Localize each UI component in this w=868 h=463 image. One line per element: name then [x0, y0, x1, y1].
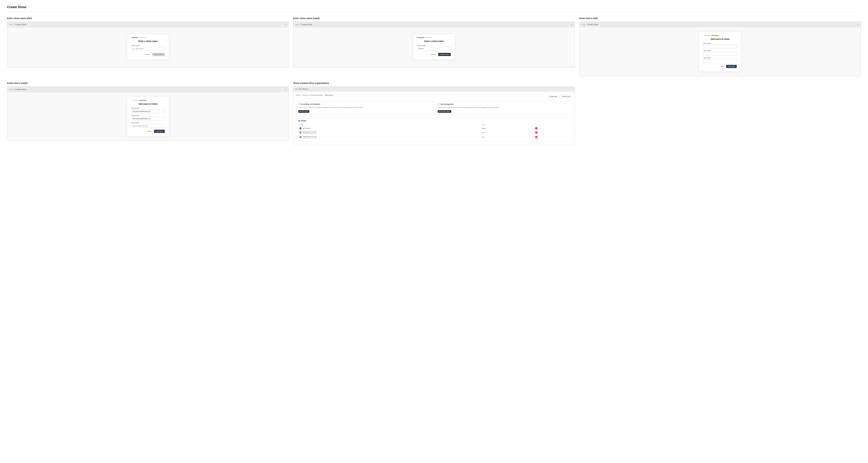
dialog-steps-1 — [131, 37, 165, 38]
done-button-4[interactable]: Done — [147, 130, 153, 133]
bar-icon-2 — [295, 24, 299, 25]
panel-5-title: Show created (One organization) — [293, 82, 575, 85]
recordings-title: Recordings and Playback — [298, 103, 430, 105]
email-input-4a[interactable] — [131, 110, 165, 113]
person-1-name: D Deb Dobson — [299, 127, 480, 130]
person-2-name: ? Invited (name not set) john.johnson@em… — [299, 130, 480, 135]
window-bar-1: Create Show × — [7, 22, 289, 27]
mock-content-3: Add users to show User email User email … — [579, 27, 861, 76]
person-2-action: × — [534, 130, 569, 135]
breadcrumb-home[interactable]: Home — [296, 94, 300, 96]
breadcrumb-sep-1: › — [301, 94, 302, 96]
mock-window-3: Create Show × Add users to show User ema… — [579, 22, 861, 76]
bar-dot-3 — [295, 24, 297, 25]
bar-icon-5 — [295, 89, 297, 90]
col-action — [534, 123, 569, 126]
edit-show-button[interactable]: ✎ Edit show — [548, 95, 559, 98]
step-2-inactive — [425, 37, 432, 38]
bar-dot-10 — [295, 89, 297, 90]
take-desc: Access and manage all your takes from al… — [438, 106, 570, 108]
dialog-card-4: Add users to show User email User email … — [127, 96, 169, 137]
dialog-actions-2: Cancel Create show — [417, 53, 451, 56]
dialog-title-4: Add users to show — [131, 103, 165, 105]
dialog-steps-4 — [131, 100, 165, 101]
show-window: Test Show 1 Home › Acme Inc. Visual Prod… — [293, 87, 575, 144]
dialog-label-1: Show name* — [131, 44, 165, 46]
window-title-4: Create Show — [15, 88, 26, 91]
col-name: NAME — [299, 123, 480, 126]
start-show-button[interactable]: ▶ Start show — [298, 110, 309, 113]
table-row: ? Invited (name not set) john.johnson@em… — [299, 130, 569, 135]
people-icon: 👥 — [298, 120, 300, 122]
add-to-show-button[interactable]: + Add to show — [560, 95, 572, 98]
dialog-title-2: Enter a show name — [417, 40, 451, 42]
email-input-4c[interactable] — [131, 124, 165, 128]
dialog-actions-4: Done Add users — [131, 130, 165, 133]
show-name-input-1[interactable] — [131, 47, 165, 51]
email-label-4a: User email — [131, 107, 165, 109]
add-users-button-4[interactable]: Add users — [154, 130, 165, 133]
window-close-3[interactable]: × — [857, 23, 859, 26]
breadcrumb-row: Home › Acme Inc. Visual Productions › Te… — [296, 94, 572, 99]
window-bar-2: Create Show × — [293, 22, 575, 27]
avatar-1: D — [300, 127, 302, 129]
email-input-3a[interactable] — [703, 45, 737, 48]
take-title: Take Management — [438, 103, 570, 105]
show-content: Home › Acme Inc. Visual Productions › Te… — [293, 92, 575, 144]
people-section: 👥 People NAME ROLE — [296, 118, 572, 141]
window-bar-4: Create Show × — [7, 87, 289, 92]
email-section-4: User email User email User email — [131, 107, 165, 128]
cancel-button-2[interactable]: Cancel — [429, 53, 437, 56]
empty-cell — [579, 82, 861, 144]
step-2-active — [417, 37, 424, 38]
email-input-3b[interactable] — [703, 52, 737, 56]
remove-person-1[interactable]: × — [535, 127, 537, 129]
step-1-inactive — [140, 37, 147, 38]
start-icon: ▶ — [300, 111, 301, 112]
page-title: Create Show — [7, 5, 861, 9]
breadcrumb-org[interactable]: Acme Inc. Visual Productions — [302, 94, 323, 96]
table-header-row: NAME ROLE — [299, 123, 569, 126]
window-close-2[interactable]: × — [571, 23, 572, 26]
remove-person-3[interactable]: × — [535, 136, 537, 138]
email-label-3c: User email — [703, 57, 737, 59]
window-close-1[interactable]: × — [285, 23, 286, 26]
person-3-role: User — [481, 135, 534, 139]
remove-person-2[interactable]: × — [535, 131, 537, 134]
dialog-title-3: Add users to show — [703, 38, 737, 40]
email-input-3c[interactable] — [703, 59, 737, 63]
add-users-button-3[interactable]: Add users — [726, 65, 737, 68]
show-window-title: Test Show 1 — [298, 88, 309, 90]
email-label-4b: User email — [131, 114, 165, 116]
bar-dot-7 — [9, 89, 11, 90]
dialog-card-1: Enter a show name Show name* Cancel Crea… — [127, 34, 169, 60]
panel-3-title: Invite Users (def) — [579, 17, 861, 20]
dialog-actions-3: Skip Add users — [703, 65, 737, 68]
skip-button-3[interactable]: Skip — [719, 65, 725, 68]
create-show-button-1[interactable]: Create show — [152, 53, 165, 56]
email-input-4b[interactable] — [131, 117, 165, 120]
mock-content-4: Add users to show User email User email … — [7, 92, 289, 141]
cancel-button-1[interactable]: Cancel — [144, 53, 151, 56]
mock-window-1: Create Show × Enter a show name Show nam… — [7, 22, 289, 67]
email-label-3b: User email — [703, 50, 737, 52]
dialog-title-1: Enter a show name — [131, 40, 165, 42]
bar-icon-4 — [9, 89, 13, 90]
bar-dot-8 — [11, 89, 13, 90]
bar-dot-6 — [584, 24, 585, 25]
panel-4-title: Invite Users (valid) — [7, 82, 289, 85]
bar-dot-1 — [9, 24, 11, 25]
window-title-3: Create Show — [587, 24, 598, 26]
show-name-input-2[interactable] — [417, 47, 451, 51]
plus-icon: + — [561, 96, 562, 97]
dialog-actions-1: Cancel Create show — [131, 53, 165, 56]
create-show-button-2[interactable]: Create show — [438, 53, 451, 56]
col-role: ROLE — [481, 123, 534, 126]
take-icon — [438, 103, 439, 105]
step-4-active — [140, 100, 147, 101]
bottom-row: Invite Users (valid) Create Show × Add u… — [7, 82, 861, 144]
panel-1-title: Enter show name (Def) — [7, 17, 289, 20]
step-1-active — [131, 37, 138, 38]
window-close-4[interactable]: × — [285, 88, 286, 91]
manage-takes-button[interactable]: ⊞ Manage Takes — [438, 110, 451, 113]
